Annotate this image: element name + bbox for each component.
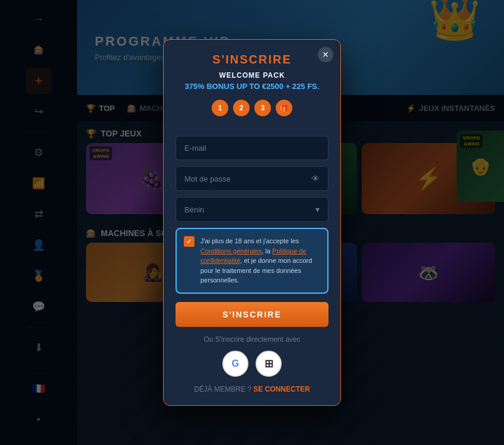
terms-text: J'ai plus de 18 ans et j'accepte les Con…: [200, 236, 320, 285]
step-2: 2: [233, 100, 250, 116]
microsoft-login-button[interactable]: ⊞: [256, 351, 282, 377]
modal-overlay: × S'INSCRIRE WELCOME PACK 375% BONUS UP …: [0, 0, 504, 445]
modal-title: S'INSCRIRE: [176, 53, 328, 66]
microsoft-icon: ⊞: [264, 357, 273, 370]
bonus-label: 375% BONUS UP TO €2500 + 225 FS.: [176, 82, 328, 91]
or-text: Ou S'inscrire directement avec: [176, 335, 328, 344]
modal-form: E-mail Mot de passe 👁 Bénin ▾ ✓ J'ai plu…: [164, 136, 340, 393]
step-1: 1: [212, 100, 228, 116]
country-field[interactable]: Bénin ▾: [176, 197, 328, 222]
conditions-link[interactable]: Conditions générales: [200, 247, 261, 255]
social-buttons: G ⊞: [176, 351, 328, 377]
terms-checkbox-area: ✓ J'ai plus de 18 ans et j'accepte les C…: [176, 228, 328, 294]
step-3: 3: [254, 100, 271, 116]
login-text: DÉJÀ MEMBRE ? SE CONNECTER: [176, 385, 328, 393]
login-link[interactable]: SE CONNECTER: [253, 385, 310, 393]
email-placeholder: E-mail: [184, 144, 206, 152]
password-placeholder: Mot de passe: [184, 174, 231, 183]
welcome-pack-label: WELCOME PACK: [176, 71, 328, 80]
register-modal: × S'INSCRIRE WELCOME PACK 375% BONUS UP …: [163, 39, 341, 406]
country-placeholder: Bénin: [184, 205, 204, 214]
register-button[interactable]: S'INSCRIRE: [176, 302, 328, 327]
email-field[interactable]: E-mail: [176, 136, 328, 160]
eye-icon: 👁: [311, 174, 320, 183]
steps-indicator: 1 2 3 🎁: [176, 100, 328, 116]
google-login-button[interactable]: G: [222, 351, 248, 377]
password-field[interactable]: Mot de passe 👁: [176, 166, 328, 191]
modal-header: S'INSCRIRE WELCOME PACK 375% BONUS UP TO…: [164, 40, 340, 136]
chevron-down-country-icon: ▾: [315, 205, 320, 214]
terms-checkbox[interactable]: ✓: [184, 236, 194, 247]
google-icon: G: [232, 358, 239, 369]
step-gift: 🎁: [276, 100, 292, 116]
